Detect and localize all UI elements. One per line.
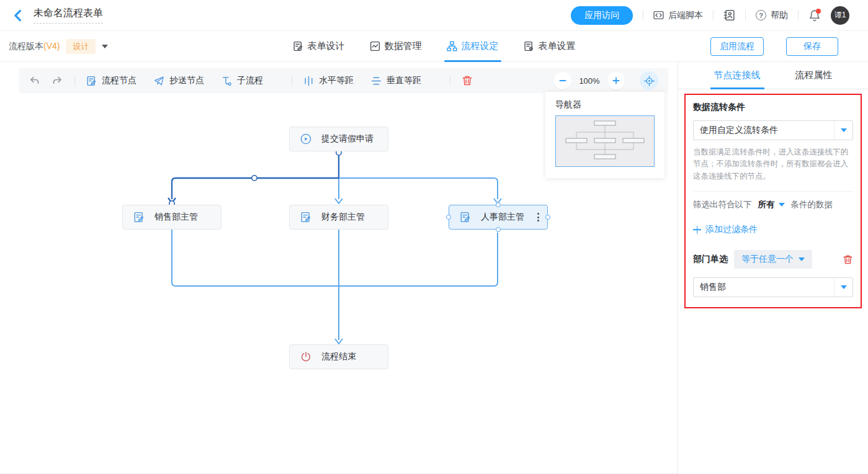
v-space-label: 垂直等距 <box>387 75 421 86</box>
condition-type-value: 使用自定义流转条件 <box>694 125 834 136</box>
app-window: 未命名流程表单 应用访问 后端脚本 ? 帮助 <box>0 0 868 474</box>
divider <box>643 11 643 20</box>
zoom-in-button[interactable] <box>607 72 625 89</box>
cc-node-label: 抄送节点 <box>169 75 204 86</box>
canvas-toolbar: 流程节点 抄送节点 子流程 水平等距 <box>19 68 668 93</box>
add-filter-link[interactable]: 添加过滤条件 <box>693 224 853 235</box>
v-space-button[interactable]: 垂直等距 <box>371 75 421 86</box>
address-book-icon[interactable] <box>723 9 735 21</box>
zoom-out-button[interactable] <box>554 72 571 89</box>
delete-condition-button[interactable] <box>843 254 853 265</box>
version-label: 流程版本(V4) <box>9 41 60 52</box>
caret-down-icon <box>779 203 785 207</box>
form-icon <box>133 212 145 223</box>
tab-flow-properties[interactable]: 流程属性 <box>795 62 833 89</box>
node-menu-icon[interactable] <box>535 211 541 223</box>
divider <box>713 11 714 20</box>
subflow-label: 子流程 <box>237 75 263 86</box>
back-icon[interactable] <box>11 9 25 22</box>
notification-dot <box>816 9 821 14</box>
filter-mode-value: 所有 <box>758 199 775 210</box>
flow-org-icon <box>447 41 457 51</box>
node-label: 财务部主管 <box>321 212 365 223</box>
main-tabs: 表单设计 数据管理 流程设定 表单设置 <box>293 31 576 62</box>
page-title[interactable]: 未命名流程表单 <box>34 7 103 24</box>
node-label: 流程结束 <box>321 351 356 362</box>
top-header: 未命名流程表单 应用访问 后端脚本 ? 帮助 <box>0 0 868 31</box>
vertical-spacing-icon <box>371 76 382 86</box>
operator-value: 等于任意一个 <box>741 254 794 265</box>
help-button[interactable]: ? 帮助 <box>756 10 788 21</box>
version-caret-icon[interactable] <box>102 45 108 48</box>
h-space-label: 水平等距 <box>319 75 354 86</box>
chart-icon <box>370 41 380 51</box>
enable-flow-button[interactable]: 启用流程 <box>710 37 764 56</box>
condition-field-row: 部门单选 等于任意一个 <box>693 250 853 269</box>
backend-script-button[interactable]: 后端脚本 <box>653 10 703 21</box>
version-value: (V4) <box>43 41 60 51</box>
flow-node-button[interactable]: 流程节点 <box>86 75 136 86</box>
flow-canvas[interactable]: 流程节点 抄送节点 子流程 水平等距 <box>0 62 678 474</box>
notification-bell-icon[interactable] <box>808 9 821 22</box>
condition-field-label: 部门单选 <box>693 254 728 265</box>
tab-data-management[interactable]: 数据管理 <box>370 31 422 62</box>
node-end[interactable]: 流程结束 <box>289 344 388 369</box>
filter-suffix: 条件的数据 <box>791 199 833 210</box>
locate-button[interactable] <box>640 71 658 90</box>
app-access-button[interactable]: 应用访问 <box>571 6 633 25</box>
node-hr[interactable]: 人事部主管 <box>449 205 548 230</box>
navigator-panel: 导航器 <box>545 92 664 178</box>
flow-node-label: 流程节点 <box>102 75 136 86</box>
node-label: 提交请假申请 <box>321 133 374 145</box>
divider <box>450 75 450 86</box>
save-button[interactable]: 保存 <box>786 37 838 56</box>
tab-form-settings[interactable]: 表单设置 <box>524 31 576 62</box>
condition-type-select[interactable]: 使用自定义流转条件 <box>693 120 853 140</box>
add-filter-label: 添加过滤条件 <box>705 224 758 235</box>
node-sales[interactable]: 销售部主管 <box>122 205 221 230</box>
code-icon <box>653 10 664 20</box>
caret-down-icon <box>841 285 847 289</box>
panel-tabs: 节点连接线 流程属性 <box>678 62 868 89</box>
undo-icon[interactable] <box>29 74 41 87</box>
filter-mode-select[interactable]: 所有 <box>758 199 785 210</box>
node-finance[interactable]: 财务部主管 <box>289 205 388 230</box>
node-handle-left[interactable] <box>446 215 451 220</box>
properties-panel: 节点连接线 流程属性 数据流转条件 使用自定义流转条件 当数据满足流转条件时，进… <box>678 62 868 474</box>
form-icon <box>300 212 311 223</box>
h-space-button[interactable]: 水平等距 <box>303 75 354 86</box>
divider <box>74 75 75 86</box>
tab-label: 数据管理 <box>385 40 422 52</box>
node-handle-top[interactable] <box>496 202 501 207</box>
condition-section-title: 数据流转条件 <box>693 102 853 113</box>
operator-select[interactable]: 等于任意一个 <box>734 250 812 269</box>
navigator-minimap[interactable] <box>555 115 655 167</box>
caret-down-icon <box>841 128 847 132</box>
node-handle-right[interactable] <box>545 215 550 220</box>
form-icon <box>86 76 97 86</box>
sub-header: 流程版本(V4) 设计 表单设计 数据管理 流程设定 <box>0 31 868 62</box>
avatar[interactable]: 谭1 <box>831 6 849 25</box>
play-icon <box>300 133 311 145</box>
zoom-level: 100% <box>578 76 601 86</box>
subflow-button[interactable]: 子流程 <box>221 75 263 86</box>
select-caret <box>834 278 852 297</box>
tab-form-design[interactable]: 表单设计 <box>293 31 345 62</box>
power-icon <box>300 351 311 362</box>
tab-label: 表单设置 <box>539 40 576 52</box>
version-group: 流程版本(V4) 设计 <box>9 39 108 54</box>
filter-prefix: 筛选出符合以下 <box>693 199 752 210</box>
tab-flow-settings[interactable]: 流程设定 <box>447 31 499 62</box>
redo-icon[interactable] <box>51 74 63 87</box>
caret-down-icon <box>799 257 805 261</box>
tab-node-connector[interactable]: 节点连接线 <box>714 62 761 89</box>
cc-node-button[interactable]: 抄送节点 <box>154 75 204 86</box>
condition-value: 销售部 <box>694 282 834 293</box>
condition-value-select[interactable]: 销售部 <box>693 277 853 297</box>
node-handle-bottom[interactable] <box>496 227 501 232</box>
select-caret <box>834 121 852 140</box>
delete-node-button[interactable] <box>462 75 473 86</box>
node-start[interactable]: 提交请假申请 <box>289 127 388 151</box>
form-icon <box>460 212 471 223</box>
selected-connector <box>168 155 339 203</box>
